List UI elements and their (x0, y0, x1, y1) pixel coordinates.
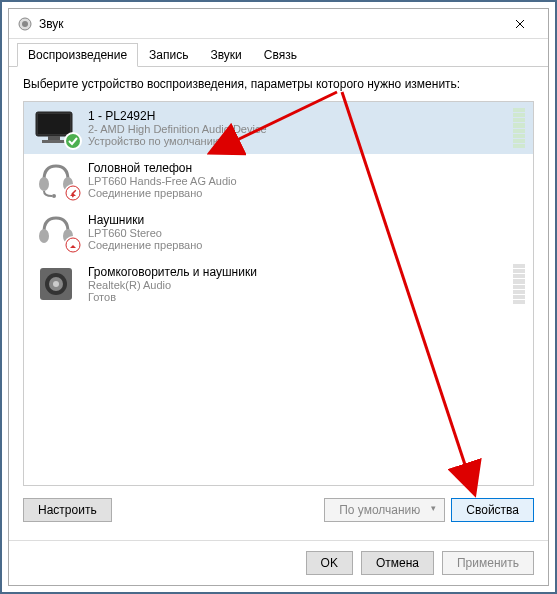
tab-strip: Воспроизведение Запись Звуки Связь (9, 39, 548, 67)
monitor-icon (32, 108, 80, 148)
tab-recording[interactable]: Запись (138, 43, 199, 66)
tab-content: Выберите устройство воспроизведения, пар… (9, 67, 548, 540)
close-button[interactable] (500, 10, 540, 38)
tab-sounds[interactable]: Звуки (199, 43, 252, 66)
properties-button[interactable]: Свойства (451, 498, 534, 522)
device-list[interactable]: 1 - PL2492H 2- AMD High Definition Audio… (23, 101, 534, 486)
lower-button-row: Настроить По умолчанию Свойства (23, 486, 534, 530)
device-status: Устройство по умолчанию (88, 135, 513, 147)
set-default-button[interactable]: По умолчанию (324, 498, 445, 522)
cancel-button[interactable]: Отмена (361, 551, 434, 575)
headset-icon (32, 160, 80, 200)
sound-dialog: Звук Воспроизведение Запись Звуки Связь … (8, 8, 549, 586)
error-badge-icon (64, 184, 82, 202)
svg-point-7 (39, 177, 49, 191)
device-sub: 2- AMD High Definition Audio Device (88, 123, 513, 135)
configure-button[interactable]: Настроить (23, 498, 112, 522)
device-name: Громкоговоритель и наушники (88, 265, 513, 279)
device-row[interactable]: Головной телефон LPT660 Hands-Free AG Au… (24, 154, 533, 206)
svg-rect-4 (48, 136, 60, 140)
titlebar[interactable]: Звук (9, 9, 548, 39)
device-row[interactable]: Наушники LPT660 Stereo Соединение прерва… (24, 206, 533, 258)
svg-point-17 (53, 281, 59, 287)
device-sub: LPT660 Stereo (88, 227, 525, 239)
headphones-icon (32, 212, 80, 252)
svg-point-9 (52, 194, 56, 198)
svg-rect-3 (38, 114, 70, 134)
check-badge-icon (64, 132, 82, 150)
svg-point-1 (22, 21, 28, 27)
error-badge-icon (64, 236, 82, 254)
device-sub: Realtek(R) Audio (88, 279, 513, 291)
tab-playback[interactable]: Воспроизведение (17, 43, 138, 67)
device-status: Готов (88, 291, 513, 303)
window-title: Звук (39, 17, 500, 31)
vu-meter (513, 264, 525, 304)
vu-meter (513, 108, 525, 148)
ok-button[interactable]: OK (306, 551, 353, 575)
svg-point-6 (66, 134, 80, 148)
device-status: Соединение прервано (88, 239, 525, 251)
device-name: 1 - PL2492H (88, 109, 513, 123)
instruction-text: Выберите устройство воспроизведения, пар… (23, 77, 534, 91)
device-row[interactable]: Громкоговоритель и наушники Realtek(R) A… (24, 258, 533, 310)
apply-button[interactable]: Применить (442, 551, 534, 575)
device-sub: LPT660 Hands-Free AG Audio (88, 175, 525, 187)
svg-rect-5 (42, 140, 66, 143)
device-name: Головной телефон (88, 161, 525, 175)
svg-point-11 (39, 229, 49, 243)
sound-icon (17, 16, 33, 32)
device-status: Соединение прервано (88, 187, 525, 199)
dialog-button-row: OK Отмена Применить (9, 540, 548, 585)
tab-communications[interactable]: Связь (253, 43, 308, 66)
device-name: Наушники (88, 213, 525, 227)
speaker-icon (32, 264, 80, 304)
device-row[interactable]: 1 - PL2492H 2- AMD High Definition Audio… (24, 102, 533, 154)
